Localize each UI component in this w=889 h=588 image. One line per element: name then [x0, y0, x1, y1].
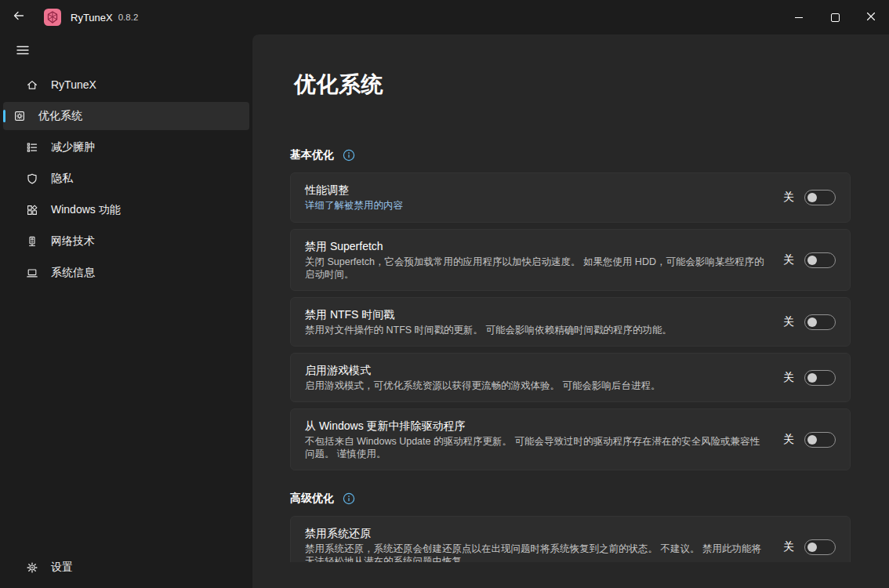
settings-card: 启用游戏模式 启用游戏模式，可优化系统资源以获得更流畅的游戏体验。 可能会影响后… — [290, 353, 851, 402]
card-title: 禁用 NTFS 时间戳 — [305, 307, 767, 322]
app-title: RyTuneX — [71, 12, 113, 24]
card-title: 禁用 Superfetch — [305, 239, 767, 254]
sidebar-item-network[interactable]: 网络技术 — [3, 227, 249, 256]
toggle-state-label: 关 — [783, 540, 794, 554]
section-header: 基本优化 — [290, 147, 851, 163]
sidebar-nav: RyTuneX 优化系统 减少臃肿 隐私 Windows 功能 网络技术 系统信… — [0, 71, 252, 287]
window-controls — [781, 0, 889, 34]
card-title: 启用游戏模式 — [305, 363, 767, 378]
card-description: 禁用系统还原，系统还原会创建还原点以在出现问题时将系统恢复到之前的状态。 不建议… — [305, 543, 766, 562]
toggle-switch[interactable] — [804, 190, 836, 205]
card-text: 从 Windows 更新中排除驱动程序 不包括来自 Windows Update… — [305, 409, 767, 470]
maximize-button[interactable] — [817, 0, 853, 34]
toggle-state-label: 关 — [783, 315, 794, 329]
sidebar-item-privacy[interactable]: 隐私 — [3, 165, 249, 193]
back-arrow-icon — [13, 9, 25, 25]
card-text: 启用游戏模式 启用游戏模式，可优化系统资源以获得更流畅的游戏体验。 可能会影响后… — [305, 354, 767, 401]
section-header: 高级优化 — [290, 491, 851, 506]
menu-button[interactable] — [11, 42, 34, 62]
sidebar-item-label: 设置 — [51, 561, 73, 575]
toggle-knob — [807, 435, 817, 445]
toggle-switch[interactable] — [804, 432, 836, 448]
back-button[interactable] — [6, 5, 31, 29]
settings-card: 禁用 Superfetch 关闭 Superfetch，它会预加载常用的应用程序… — [290, 229, 851, 291]
card-controls: 关 — [783, 252, 836, 268]
sidebar-item-label: RyTuneX — [51, 78, 96, 91]
selection-indicator — [3, 110, 5, 122]
close-button[interactable] — [853, 0, 889, 34]
section-title: 基本优化 — [290, 148, 334, 162]
features-grid-icon — [26, 204, 38, 216]
card-controls: 关 — [783, 432, 836, 448]
hamburger-icon — [16, 43, 30, 60]
cards-list: 性能调整 详细了解被禁用的内容 关 禁用 Superfetch 关闭 Super… — [290, 172, 851, 470]
sidebar-item-debloat[interactable]: 减少臃肿 — [3, 133, 249, 162]
sidebar: RyTuneX 优化系统 减少臃肿 隐私 Windows 功能 网络技术 系统信… — [0, 34, 252, 588]
maximize-icon — [831, 13, 840, 22]
close-icon — [866, 10, 876, 24]
card-title: 性能调整 — [305, 183, 767, 198]
titlebar: RyTuneX 0.8.2 — [0, 0, 889, 34]
info-icon[interactable] — [343, 149, 355, 162]
toggle-state-label: 关 — [783, 191, 794, 205]
page-title: 优化系统 — [294, 69, 851, 100]
minimize-icon — [795, 17, 803, 18]
card-description: 禁用对文件操作的 NTFS 时间戳的更新。 可能会影响依赖精确时间戳的程序的功能… — [305, 324, 766, 336]
section-title: 高级优化 — [290, 492, 334, 506]
sidebar-item-windows-features[interactable]: Windows 功能 — [3, 196, 249, 224]
cards-list: 禁用系统还原 禁用系统还原，系统还原会创建还原点以在出现问题时将系统恢复到之前的… — [290, 516, 851, 562]
toggle-knob — [807, 193, 817, 202]
toggle-switch[interactable] — [804, 314, 836, 330]
toggle-switch[interactable] — [804, 539, 836, 555]
card-description: 启用游戏模式，可优化系统资源以获得更流畅的游戏体验。 可能会影响后台进程。 — [305, 379, 766, 392]
settings-card: 禁用系统还原 禁用系统还原，系统还原会创建还原点以在出现问题时将系统恢复到之前的… — [290, 516, 851, 562]
scroll-viewport[interactable]: 优化系统 基本优化 性能调整 详细了解被禁用的内容 关 禁用 Superfetc… — [252, 34, 889, 562]
toggle-switch[interactable] — [804, 252, 836, 268]
info-icon[interactable] — [343, 492, 355, 505]
sidebar-footer: 设置 — [3, 554, 249, 582]
settings-card: 从 Windows 更新中排除驱动程序 不包括来自 Windows Update… — [290, 408, 851, 470]
card-title: 禁用系统还原 — [305, 526, 767, 541]
card-title: 从 Windows 更新中排除驱动程序 — [305, 419, 767, 434]
settings-card: 禁用 NTFS 时间戳 禁用对文件操作的 NTFS 时间戳的更新。 可能会影响依… — [290, 297, 851, 347]
toggle-switch[interactable] — [804, 370, 836, 386]
settings-card: 性能调整 详细了解被禁用的内容 关 — [290, 172, 851, 223]
toggle-knob — [807, 373, 817, 383]
laptop-icon — [26, 267, 38, 279]
card-link[interactable]: 详细了解被禁用的内容 — [305, 199, 403, 212]
settings-section: 基本优化 性能调整 详细了解被禁用的内容 关 禁用 Superfetch 关闭 … — [290, 147, 851, 470]
card-text: 禁用 NTFS 时间戳 禁用对文件操作的 NTFS 时间戳的更新。 可能会影响依… — [305, 298, 767, 346]
card-controls: 关 — [783, 370, 836, 386]
sidebar-item-system-info[interactable]: 系统信息 — [3, 259, 249, 287]
minimize-button[interactable] — [781, 0, 817, 34]
card-controls: 关 — [783, 539, 836, 555]
app-logo-icon — [44, 9, 61, 26]
sidebar-item-optimize-system[interactable]: 优化系统 — [3, 102, 249, 130]
network-tower-icon — [26, 235, 38, 248]
sidebar-item-home[interactable]: RyTuneX — [3, 71, 249, 99]
sidebar-item-label: 网络技术 — [51, 234, 95, 249]
card-text: 性能调整 详细了解被禁用的内容 — [305, 173, 767, 222]
settings-section: 高级优化 禁用系统还原 禁用系统还原，系统还原会创建还原点以在出现问题时将系统恢… — [290, 491, 851, 562]
gear-icon — [26, 561, 38, 574]
card-description: 关闭 Superfetch，它会预加载常用的应用程序以加快启动速度。 如果您使用… — [305, 256, 766, 281]
card-controls: 关 — [783, 314, 836, 330]
toggle-knob — [807, 318, 817, 327]
sidebar-item-label: 减少臃肿 — [51, 140, 95, 154]
checklist-icon — [26, 141, 38, 154]
sidebar-item-label: 优化系统 — [38, 109, 82, 123]
card-text: 禁用系统还原 禁用系统还原，系统还原会创建还原点以在出现问题时将系统恢复到之前的… — [305, 517, 767, 562]
card-description: 不包括来自 Windows Update 的驱动程序更新。 可能会导致过时的驱动… — [305, 435, 766, 460]
card-text: 禁用 Superfetch 关闭 Superfetch，它会预加载常用的应用程序… — [305, 230, 767, 290]
app-version: 0.8.2 — [118, 13, 139, 22]
sidebar-item-label: 系统信息 — [51, 266, 95, 280]
shield-icon — [26, 172, 38, 185]
sidebar-item-label: Windows 功能 — [51, 203, 121, 217]
optimize-system-icon — [13, 110, 26, 122]
sidebar-item-label: 隐私 — [51, 172, 73, 186]
toggle-state-label: 关 — [783, 253, 794, 267]
sidebar-item-settings[interactable]: 设置 — [3, 554, 249, 582]
toggle-knob — [807, 256, 817, 265]
content-area: 优化系统 基本优化 性能调整 详细了解被禁用的内容 关 禁用 Superfetc… — [252, 34, 889, 588]
toggle-state-label: 关 — [783, 371, 794, 385]
